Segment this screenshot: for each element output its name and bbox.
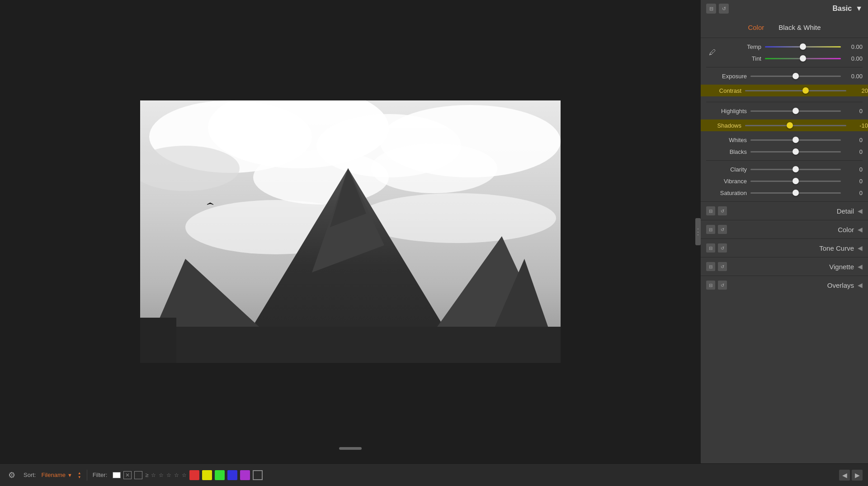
filter-star-1[interactable]: ☆ bbox=[151, 472, 156, 478]
saturation-track-container[interactable] bbox=[750, 189, 841, 196]
panel-icon-split[interactable]: ⊟ bbox=[706, 4, 716, 14]
color-icon-panel: ⊟ bbox=[706, 225, 715, 234]
detail-section-title: Detail bbox=[731, 207, 854, 215]
saturation-slider-row: Saturation 0 bbox=[706, 187, 863, 199]
contrast-thumb[interactable] bbox=[802, 87, 809, 94]
saturation-thumb[interactable] bbox=[793, 190, 799, 196]
contrast-value: 20 bbox=[850, 87, 868, 94]
blacks-track-container[interactable] bbox=[750, 148, 841, 155]
panel-dropdown-icon[interactable]: ▼ bbox=[855, 5, 863, 13]
vibrance-thumb[interactable] bbox=[793, 178, 799, 184]
resize-handle-horizontal[interactable] bbox=[339, 447, 362, 450]
temp-thumb[interactable] bbox=[800, 43, 806, 50]
whites-value: 0 bbox=[844, 137, 863, 143]
tone-curve-section[interactable]: ⊟ ↺ Tone Curve ◀ bbox=[701, 238, 868, 257]
temp-track-container[interactable] bbox=[765, 43, 841, 50]
whites-label: Whites bbox=[706, 137, 747, 143]
filter-purple-dot[interactable] bbox=[240, 470, 250, 480]
eyedropper-area: 🖊 bbox=[706, 46, 721, 59]
blacks-track bbox=[750, 151, 841, 152]
filter-star-5[interactable]: ☆ bbox=[182, 472, 187, 478]
exposure-value: 0.00 bbox=[844, 73, 863, 80]
vibrance-value: 0 bbox=[844, 178, 863, 185]
highlights-track-container[interactable] bbox=[750, 107, 841, 114]
tone-curve-section-arrow: ◀ bbox=[858, 244, 863, 252]
highlights-value: 0 bbox=[844, 108, 863, 114]
clarity-label: Clarity bbox=[706, 166, 747, 173]
nav-next-button[interactable]: ▶ bbox=[852, 470, 863, 481]
tint-track bbox=[765, 58, 841, 59]
detail-icon-refresh: ↺ bbox=[718, 206, 727, 215]
filter-any-color-icon[interactable] bbox=[253, 470, 263, 480]
color-mode-btn[interactable]: Color bbox=[745, 23, 767, 32]
sort-dropdown-arrow: ▼ bbox=[67, 472, 72, 478]
whites-track-container[interactable] bbox=[750, 136, 841, 143]
sort-value-btn[interactable]: Filename ▼ bbox=[41, 472, 72, 478]
sort-order-toggle[interactable]: ▲ ▼ bbox=[78, 471, 81, 479]
temp-label: Temp bbox=[721, 43, 761, 50]
photo-canvas bbox=[140, 100, 561, 363]
whites-slider-row: Whites 0 bbox=[706, 134, 863, 146]
sort-label: Sort: bbox=[24, 472, 36, 478]
panel-title-group[interactable]: Basic ▼ bbox=[832, 5, 863, 13]
right-panel: ⊟ ↺ Basic ▼ Color Black & White 🖊 bbox=[701, 0, 868, 463]
settings-gear-icon[interactable]: ⚙ bbox=[5, 469, 18, 481]
overlays-section[interactable]: ⊟ ↺ Overlays ◀ bbox=[701, 276, 868, 294]
clarity-thumb[interactable] bbox=[793, 166, 799, 172]
detail-section-arrow: ◀ bbox=[858, 207, 863, 214]
overlays-section-title: Overlays bbox=[731, 281, 854, 289]
tint-track-container[interactable] bbox=[765, 55, 841, 62]
contrast-track-container[interactable] bbox=[745, 87, 846, 94]
vibrance-track bbox=[750, 181, 841, 182]
vignette-section-icons: ⊟ ↺ bbox=[706, 262, 727, 271]
bw-mode-btn[interactable]: Black & White bbox=[776, 23, 823, 32]
filter-star-3[interactable]: ☆ bbox=[166, 472, 171, 478]
highlights-slider-row: Highlights 0 bbox=[706, 105, 863, 117]
detail-section-icons: ⊟ ↺ bbox=[706, 206, 727, 215]
contrast-label: Contrast bbox=[701, 87, 741, 94]
vignette-section[interactable]: ⊟ ↺ Vignette ◀ bbox=[701, 257, 868, 276]
filter-unrated-icon[interactable] bbox=[134, 471, 142, 479]
filter-yellow-dot[interactable] bbox=[202, 470, 212, 480]
contrast-slider-row: Contrast 20 bbox=[701, 85, 868, 96]
filter-blue-dot[interactable] bbox=[227, 470, 237, 480]
highlights-thumb[interactable] bbox=[793, 108, 799, 114]
vibrance-slider-row: Vibrance 0 bbox=[706, 175, 863, 187]
panel-icon-refresh[interactable]: ↺ bbox=[719, 4, 729, 14]
filter-flag-icon[interactable] bbox=[113, 472, 121, 478]
vibrance-track-container[interactable] bbox=[750, 177, 841, 185]
clarity-track-container[interactable] bbox=[750, 166, 841, 173]
overlays-section-icons: ⊟ ↺ bbox=[706, 281, 727, 290]
blacks-thumb[interactable] bbox=[793, 148, 799, 155]
shadows-track-container[interactable] bbox=[745, 122, 846, 129]
panel-header-icons: ⊟ ↺ bbox=[706, 4, 729, 14]
svg-rect-16 bbox=[140, 327, 561, 363]
filter-reject-icon[interactable]: ✕ bbox=[123, 471, 132, 479]
svg-point-6 bbox=[253, 150, 389, 205]
contrast-track bbox=[745, 90, 846, 91]
filter-star-4[interactable]: ☆ bbox=[174, 472, 179, 478]
tint-thumb[interactable] bbox=[800, 55, 806, 62]
temp-value: 0.00 bbox=[844, 43, 863, 50]
shadows-slider-row: Shadows -10 bbox=[701, 119, 868, 131]
shadows-thumb[interactable] bbox=[787, 122, 793, 129]
eyedropper-icon[interactable]: 🖊 bbox=[706, 46, 719, 59]
overlays-icon-panel: ⊟ bbox=[706, 281, 715, 290]
color-section[interactable]: ⊟ ↺ Color ◀ bbox=[701, 220, 868, 238]
filter-star-2[interactable]: ☆ bbox=[159, 472, 164, 478]
detail-section[interactable]: ⊟ ↺ Detail ◀ bbox=[701, 201, 868, 220]
nav-prev-button[interactable]: ◀ bbox=[839, 470, 850, 481]
exposure-track-container[interactable] bbox=[750, 72, 841, 80]
filter-red-dot[interactable] bbox=[189, 470, 199, 480]
whites-thumb[interactable] bbox=[793, 137, 799, 143]
filter-green-dot[interactable] bbox=[215, 470, 225, 480]
tint-value: 0.00 bbox=[844, 55, 863, 62]
divider-3 bbox=[706, 160, 863, 161]
tone-curve-icon-refresh: ↺ bbox=[718, 243, 727, 253]
slider-section-2: Highlights 0 bbox=[701, 96, 868, 119]
blacks-value: 0 bbox=[844, 148, 863, 155]
vignette-icon-panel: ⊟ bbox=[706, 262, 715, 271]
filter-label: Filter: bbox=[93, 472, 108, 478]
resize-handle-vertical[interactable] bbox=[695, 218, 701, 245]
exposure-thumb[interactable] bbox=[793, 73, 799, 79]
